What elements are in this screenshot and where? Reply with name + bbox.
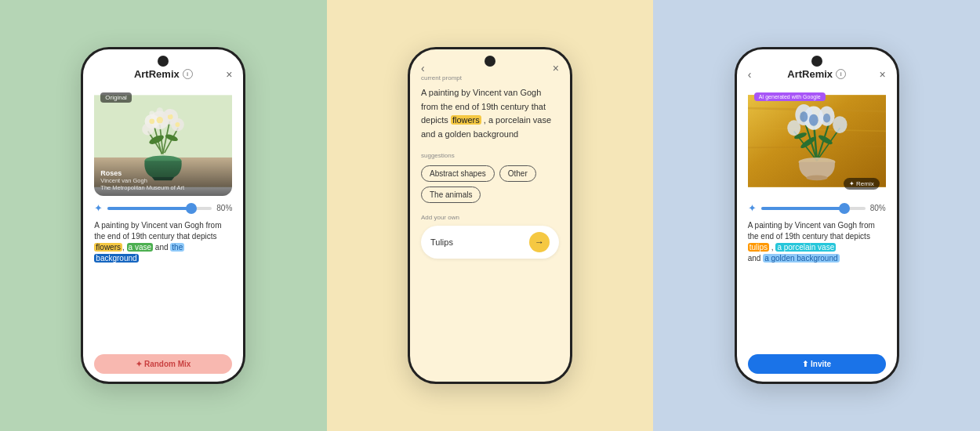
phone-right: ‹ ArtRemix i ×	[735, 47, 899, 384]
svg-point-15	[157, 117, 163, 123]
phone-notch-middle	[485, 56, 495, 67]
chip-other[interactable]: Other	[499, 165, 536, 182]
bg-panel-left: ArtRemix i ×	[0, 0, 327, 431]
phone-left: ArtRemix i ×	[81, 47, 245, 384]
app-title-right: ArtRemix i	[787, 68, 846, 80]
remix-badge[interactable]: ✦ Remix	[844, 178, 880, 190]
svg-point-39	[787, 120, 800, 136]
artwork-museum-left: The Metropolitan Museum of Art	[100, 184, 226, 191]
back-button-right[interactable]: ‹	[748, 68, 752, 81]
invite-button[interactable]: ⬆ Invite	[748, 354, 886, 374]
svg-point-17	[150, 119, 155, 125]
svg-point-42	[823, 114, 830, 123]
sparkle-icon-left: ✦	[94, 202, 103, 214]
app-title-left: ArtRemix i	[134, 68, 193, 80]
highlight-the-left: the	[170, 243, 184, 252]
phone-middle: ‹ × current prompt A painting by Vincent…	[408, 47, 572, 384]
artwork-container-left: Original Roses Vincent van Gogh The Metr…	[94, 86, 232, 196]
random-mix-button[interactable]: ✦ Random Mix	[94, 354, 232, 374]
slider-row-left: ✦ 80%	[94, 202, 232, 214]
artwork-info-left: Roses Vincent van Gogh The Metropolitan …	[94, 157, 232, 196]
slider-pct-right: 80%	[870, 204, 886, 212]
and-left: and	[155, 243, 170, 252]
artwork-artist-left: Vincent van Gogh	[100, 177, 226, 184]
artremix-title-left: ArtRemix	[134, 68, 180, 80]
slider-thumb-left[interactable]	[186, 203, 197, 214]
close-button-middle[interactable]: ×	[553, 62, 559, 74]
svg-point-40	[809, 114, 818, 126]
phone-notch-left	[158, 56, 169, 67]
slider-track-right[interactable]	[761, 207, 866, 210]
svg-point-20	[166, 109, 172, 115]
close-button-left[interactable]: ×	[226, 68, 232, 81]
artremix-title-right: ArtRemix	[787, 68, 833, 80]
comma1-left: ,	[122, 243, 127, 252]
desc-prefix-left: A painting by Vincent van Gogh from the …	[94, 221, 221, 241]
artwork-title-left: Roses	[100, 169, 226, 177]
close-button-right[interactable]: ×	[879, 68, 885, 81]
ai-badge: AI generated with Google	[754, 92, 826, 101]
suggestions-label: suggestions	[421, 152, 559, 159]
slider-pct-left: 80%	[216, 204, 232, 212]
phone-notch-right	[811, 56, 822, 67]
svg-point-41	[800, 111, 808, 121]
artwork-container-right: AI generated with Google ✦ Remix	[748, 86, 886, 196]
chip-the-animals[interactable]: The animals	[421, 187, 481, 203]
and-right: and	[748, 254, 763, 263]
svg-point-14	[143, 123, 154, 135]
slider-track-left[interactable]	[107, 207, 212, 210]
current-prompt-label: current prompt	[421, 74, 559, 81]
prompt-text: A painting by Vincent van Gogh from the …	[421, 86, 559, 141]
svg-point-44	[806, 176, 827, 181]
highlight-flowers-left: flowers	[94, 243, 122, 252]
add-own-label: Add your own	[421, 214, 559, 221]
highlight-background-left: background	[94, 254, 138, 263]
info-icon-right[interactable]: i	[836, 69, 846, 79]
suggestion-chips: Abstract shapes Other The animals	[421, 165, 559, 203]
highlight-tulips-right: tulips	[748, 243, 769, 252]
prompt-highlight-flowers: flowers	[451, 115, 481, 125]
add-own-input-row[interactable]: Tulips →	[421, 226, 559, 259]
bg-panel-right: ‹ ArtRemix i ×	[653, 0, 980, 431]
back-button-middle[interactable]: ‹	[421, 62, 425, 74]
input-value: Tulips	[430, 237, 453, 247]
svg-point-21	[150, 110, 155, 116]
bg-panel-middle: ‹ × current prompt A painting by Vincent…	[327, 0, 654, 431]
highlight-vase-right: a porcelain vase	[775, 243, 836, 252]
chip-abstract-shapes[interactable]: Abstract shapes	[421, 165, 495, 182]
highlight-golden-bg-right: a golden background	[763, 254, 839, 263]
info-icon-left[interactable]: i	[183, 69, 193, 79]
description-left: A painting by Vincent van Gogh from the …	[94, 220, 232, 264]
highlight-vase-left: a vase	[127, 243, 153, 252]
slider-row-right: ✦ 80%	[748, 202, 886, 214]
slider-fill-right	[761, 207, 844, 210]
original-badge: Original	[100, 92, 132, 103]
slider-thumb-right[interactable]	[839, 203, 850, 214]
svg-point-38	[833, 116, 847, 133]
header-right: ‹ ArtRemix i ×	[748, 68, 886, 80]
sparkle-icon-right: ✦	[748, 202, 757, 214]
desc-prefix-right: A painting by Vincent van Gogh from the …	[748, 221, 875, 241]
description-right: A painting by Vincent van Gogh from the …	[748, 220, 886, 264]
submit-arrow-button[interactable]: →	[529, 232, 550, 252]
svg-point-19	[157, 107, 163, 114]
svg-point-18	[176, 122, 180, 127]
header-left: ArtRemix i ×	[94, 68, 232, 80]
slider-fill-left	[107, 207, 191, 210]
